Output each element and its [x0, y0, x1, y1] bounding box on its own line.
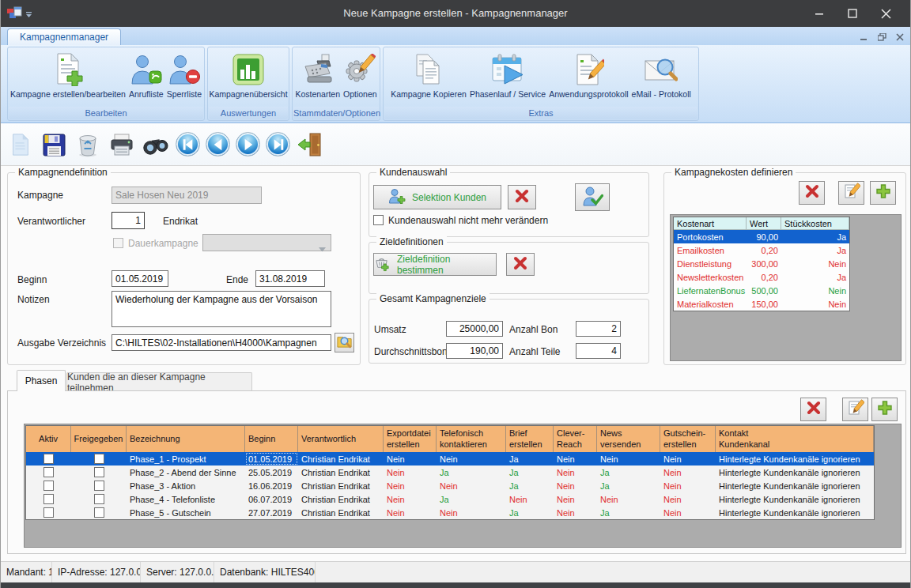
anzahl-teile-label: Anzahl Teile	[509, 346, 561, 357]
mdi-minimize-icon[interactable]	[860, 30, 868, 44]
ribbon-item-kampagne-kopieren[interactable]: Kampagne Kopieren	[391, 51, 467, 99]
kunden-pruefen-button[interactable]	[575, 183, 610, 211]
mdi-tab-kampagnenmanager[interactable]: Kampagnenmanager	[7, 28, 121, 45]
kosten-edit-button[interactable]	[838, 181, 864, 205]
kosten-delete-button[interactable]	[799, 181, 825, 205]
notizen-textarea[interactable]: Wiederholung der Kampagne aus der Vorsai…	[112, 291, 331, 327]
dauerkampagne-combo[interactable]	[202, 234, 331, 251]
verantwortlicher-input[interactable]: 1	[112, 212, 145, 229]
phase-edit-button[interactable]	[842, 398, 868, 421]
zieldefinition-delete-button[interactable]	[506, 253, 535, 276]
kundenauswahl-delete-button[interactable]	[508, 185, 536, 209]
freigegeben-checkbox[interactable]	[94, 454, 104, 464]
close-icon[interactable]	[869, 0, 902, 27]
title-bar: Neue Kampagne erstellen - Kampagnenmanag…	[1, 0, 910, 27]
aktiv-checkbox[interactable]	[43, 507, 54, 518]
nav-first-icon[interactable]	[176, 132, 200, 156]
save-icon[interactable]	[40, 128, 68, 161]
status-mandant: Mandant: 1	[1, 562, 52, 582]
zieldefinition-bestimmen-label: Zieldefinition bestimmen	[397, 254, 496, 276]
freigegeben-checkbox[interactable]	[94, 494, 104, 504]
selektion-kunden-button[interactable]: Selektion Kunden	[373, 185, 501, 209]
kampagne-input[interactable]: Sale Hosen Neu 2019	[112, 187, 262, 204]
mdi-tab-strip: Kampagnenmanager	[1, 27, 910, 45]
ribbon-item-sperrliste[interactable]: Sperrliste	[167, 51, 202, 99]
tab-kunden-teilnehmen[interactable]: Kunden die an dieser Kampagne teilnehmen	[66, 372, 252, 391]
umsatz-input[interactable]: 25000,00	[446, 321, 503, 337]
kosten-row[interactable]: Emailkosten 0,20 Ja	[674, 243, 849, 257]
ribbon-item-kampagnenuebersicht[interactable]: Kampagnenübersicht	[209, 51, 287, 99]
phase-row[interactable]: Phase_2 - Abend der Sinne 25.05.2019 Chr…	[26, 466, 874, 479]
phase-row[interactable]: Phase_5 - Gutschein 27.07.2019 Christian…	[26, 506, 874, 519]
nav-last-icon[interactable]	[266, 132, 290, 156]
kampagne-label: Kampagne	[17, 190, 63, 201]
mail-search-icon	[645, 51, 678, 89]
maximize-icon[interactable]	[836, 0, 869, 27]
verantwortlicher-name-label: Endrikat	[163, 216, 198, 227]
beginn-input[interactable]: 01.05.2019	[112, 270, 168, 287]
mdi-restore-icon[interactable]	[878, 30, 886, 44]
edit-pencil-icon	[847, 399, 864, 420]
phasen-grid-panel: Aktiv Freigegeben Bezeichnung Beginn Ver…	[24, 424, 902, 548]
phasen-tab-page: Aktiv Freigegeben Bezeichnung Beginn Ver…	[7, 390, 906, 554]
ende-input[interactable]: 31.08.2019	[255, 270, 325, 287]
edit-pencil-icon	[843, 183, 860, 203]
user-check-icon	[581, 185, 603, 210]
freigegeben-checkbox[interactable]	[94, 481, 104, 491]
ribbon-item-anwendungsprotokoll[interactable]: Anwendungsprotokoll	[549, 51, 628, 99]
phase-row[interactable]: Phase_3 - Aktion 16.06.2019 Christian En…	[26, 479, 874, 492]
delete-x-icon	[513, 187, 531, 208]
kosten-row[interactable]: LiefernatenBonus 500,00 Nein	[674, 284, 849, 297]
printer-icon[interactable]	[108, 128, 136, 161]
dauerkampagne-checkbox[interactable]	[113, 238, 123, 248]
status-datenbank: Datenbank: HILTES4000	[214, 562, 316, 582]
tab-phasen[interactable]: Phasen	[17, 370, 66, 391]
freigegeben-checkbox[interactable]	[94, 507, 104, 518]
document-add-icon	[52, 51, 84, 89]
phase-row[interactable]: Phase_4 - Telefonliste 06.07.2019 Christ…	[26, 492, 874, 506]
anzahl-teile-input[interactable]: 4	[576, 343, 621, 359]
minimize-icon[interactable]	[803, 0, 836, 27]
mdi-close-icon[interactable]	[896, 30, 904, 44]
umsatz-label: Umsatz	[374, 324, 406, 335]
phase-add-button[interactable]	[871, 398, 898, 421]
verantwortlicher-label: Verantwortlicher	[17, 216, 85, 227]
delete-x-icon	[512, 254, 529, 275]
kosten-row[interactable]: Newsletterkosten 0,20 Ja	[674, 270, 849, 284]
ribbon-group-bearbeiten: Kampagne erstellen/bearbeiten Anrufliste…	[7, 47, 205, 121]
trash-icon[interactable]	[74, 128, 102, 161]
ribbon-item-phasenlauf[interactable]: Phasenlauf / Service	[470, 51, 546, 99]
nav-next-icon[interactable]	[236, 132, 260, 156]
aktiv-checkbox[interactable]	[43, 494, 54, 504]
phase-row[interactable]: Phase_1 - Prospekt 01.05.2019 Christian …	[26, 452, 874, 466]
nav-previous-icon[interactable]	[206, 132, 230, 156]
ausgabe-verzeichnis-input[interactable]: C:\HILTES\02-Installationen\H4000\Kampag…	[112, 334, 331, 351]
dauerkampagne-label: Dauerkampagne	[128, 238, 198, 249]
ribbon-item-anrufliste[interactable]: Anrufliste	[129, 51, 164, 99]
zieldefinition-bestimmen-button[interactable]: Zieldefinition bestimmen	[373, 253, 497, 276]
kosten-row[interactable]: Materialkosten 150,00 Nein	[674, 297, 849, 311]
anzahl-bon-input[interactable]: 2	[576, 321, 621, 337]
browse-folder-button[interactable]	[335, 333, 354, 352]
binoculars-icon[interactable]	[142, 128, 170, 161]
durchschnittsbon-input[interactable]: 190,00	[446, 343, 503, 359]
kosten-row[interactable]: Dienstleistung 300,00 Nein	[674, 257, 849, 270]
ribbon-item-email-protokoll[interactable]: eMail - Protokoll	[632, 51, 691, 99]
status-bar: Mandant: 1 IP-Adresse: 127.0.0.1 Server:…	[1, 561, 910, 582]
aktiv-checkbox[interactable]	[43, 467, 54, 477]
kundenauswahl-checkbox[interactable]	[373, 215, 384, 225]
ende-label: Ende	[226, 274, 248, 285]
exit-door-icon[interactable]	[296, 128, 324, 161]
kosten-row[interactable]: Portokosten 90,00 Ja	[674, 230, 849, 243]
ribbon-item-kostenarten[interactable]: Kostenarten	[295, 51, 340, 99]
kosten-add-button[interactable]	[870, 181, 896, 205]
ribbon-group-caption: Stammdaten/Optionen	[293, 107, 379, 119]
aktiv-checkbox[interactable]	[43, 454, 54, 464]
ribbon: Kampagne erstellen/bearbeiten Anrufliste…	[1, 45, 910, 123]
ribbon-item-kampagne-erstellen[interactable]: Kampagne erstellen/bearbeiten	[10, 51, 126, 99]
freigegeben-checkbox[interactable]	[94, 467, 104, 477]
aktiv-checkbox[interactable]	[43, 481, 54, 491]
ribbon-item-optionen[interactable]: Optionen	[343, 51, 377, 99]
phase-delete-button[interactable]	[800, 398, 826, 421]
new-document-icon[interactable]	[6, 128, 34, 161]
